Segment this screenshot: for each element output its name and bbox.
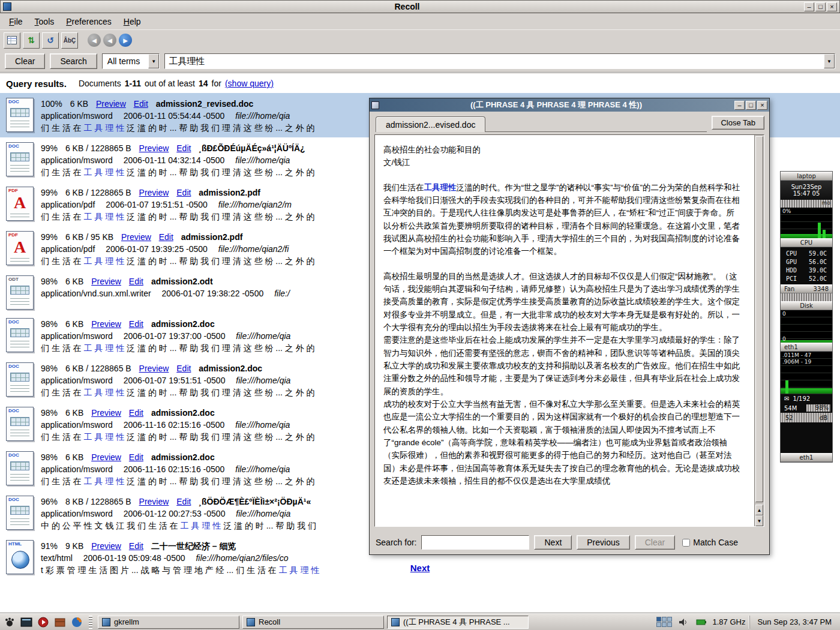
edit-link[interactable]: Edit [129, 452, 143, 462]
result-mime-type: application/msword [41, 464, 113, 474]
file-type-icon[interactable] [6, 142, 34, 176]
preview-link[interactable]: Preview [91, 277, 121, 286]
next-page-icon[interactable]: ▶ [119, 34, 132, 47]
file-type-icon[interactable] [6, 275, 34, 310]
file-type-icon[interactable] [6, 362, 34, 397]
edit-link[interactable]: Edit [134, 99, 148, 109]
prev-page-icon[interactable]: ◀ [103, 34, 116, 47]
scrollbar-thumb[interactable] [755, 136, 763, 502]
close-tab-button[interactable]: Close Tab [712, 116, 764, 130]
scroll-up-icon[interactable]: ▲ [755, 505, 763, 515]
file-type-icon[interactable] [6, 98, 34, 132]
scroll-down-icon[interactable]: ▼ [755, 515, 763, 526]
cpu-spike [818, 223, 821, 238]
file-type-icon[interactable] [6, 231, 34, 265]
query-dropdown-icon[interactable]: ▼ [824, 54, 835, 68]
first-page-icon[interactable]: ◀ [88, 34, 101, 47]
preview-link[interactable]: Preview [139, 143, 169, 153]
sort-icon[interactable]: ⇅ [23, 32, 40, 49]
edit-link[interactable]: Edit [176, 143, 191, 153]
search-mode-select[interactable]: All terms ▼ [102, 53, 160, 69]
file-type-icon[interactable] [6, 187, 34, 221]
taskbar-clock[interactable]: Sun Sep 23, 3:47 PM [749, 616, 838, 629]
package-icon[interactable] [53, 615, 67, 629]
preview-link[interactable]: Preview [139, 188, 169, 197]
result-snippet: 们 生 活 在 工 具 理 性 泛 滥 的 时 ... 帮 助 我 们 理 清 … [41, 255, 315, 267]
minimize-button[interactable]: – [804, 2, 814, 11]
preview-link[interactable]: Preview [91, 319, 121, 329]
media-player-icon[interactable] [36, 615, 50, 629]
show-query-link[interactable]: (show query) [225, 79, 274, 88]
result-headline: 98% 6 KB / 1228865 B Preview Edit admiss… [41, 362, 315, 374]
edit-link[interactable]: Edit [129, 319, 143, 329]
search-button[interactable]: Search [50, 53, 97, 69]
edit-link[interactable]: Edit [176, 497, 191, 506]
menu-tools[interactable]: Tools [29, 14, 60, 29]
taskbar-window-button[interactable]: ((工 PHRASE 4 具 PHRASE ... [387, 616, 529, 629]
temperature-row: CPU 59.0C [781, 249, 832, 257]
preview-link[interactable]: Preview [121, 232, 151, 242]
find-previous-button[interactable]: Previous [577, 535, 629, 550]
maximize-button[interactable]: □ [815, 2, 826, 11]
preview-link[interactable]: Preview [139, 364, 169, 373]
taskbar-window-button[interactable]: gkrellm [98, 616, 239, 629]
preview-minimize-button[interactable]: – [734, 101, 745, 110]
menu-file[interactable]: File [4, 14, 28, 29]
edit-link[interactable]: Edit [159, 232, 173, 242]
search-input[interactable] [165, 55, 824, 68]
next-results-link[interactable]: Next [410, 563, 430, 573]
edit-link[interactable]: Edit [129, 277, 143, 286]
taskbar-handle[interactable] [89, 616, 92, 629]
menu-icon[interactable] [2, 615, 16, 629]
snippet-highlight: 工 具 理 性 [84, 476, 125, 486]
recoll-titlebar[interactable]: Recoll – □ × [0, 0, 840, 13]
edit-link[interactable]: Edit [176, 364, 191, 373]
menu-preferences[interactable]: Preferences [61, 14, 117, 29]
toolbar: ⇅ ↺ ÂbÇ ◀ ◀ ▶ [0, 29, 840, 50]
edit-link[interactable]: Edit [129, 408, 143, 418]
spell-expand-icon[interactable]: ÂbÇ [61, 32, 78, 49]
preview-link[interactable]: Preview [91, 452, 121, 462]
preview-titlebar[interactable]: ((工 PHRASE 4 具 PHRASE 4 理 PHRASE 4 性)) –… [370, 98, 769, 112]
close-button[interactable]: × [827, 2, 837, 11]
result-title: admission2.odt [151, 277, 213, 286]
file-type-icon[interactable] [6, 451, 34, 485]
result-meta: application/pdf 2006-01-07 19:51:51 -050… [41, 199, 315, 211]
workspace-pager-icon[interactable] [656, 617, 672, 627]
preview-link[interactable]: Preview [91, 541, 121, 551]
clear-button[interactable]: Clear [5, 53, 45, 69]
edit-link[interactable]: Edit [176, 188, 191, 197]
preview-scrollbar[interactable]: ▲ ▼ [754, 135, 764, 526]
table-view-icon[interactable] [4, 32, 20, 49]
file-type-icon[interactable] [6, 318, 34, 352]
preview-close-button[interactable]: × [757, 101, 767, 110]
browser-icon[interactable] [70, 615, 83, 629]
file-type-icon[interactable] [6, 496, 34, 530]
preview-tab[interactable]: admission2...evised.doc [376, 116, 485, 132]
preview-link[interactable]: Preview [91, 408, 121, 418]
sensor-value: 52.0C [809, 275, 827, 282]
find-next-button[interactable]: Next [534, 535, 572, 550]
preview-text-area[interactable]: 高校招生的社会功能和目的 文/钱江 我们生活在工具理性泛滥的时代。作为“世之显学… [374, 134, 764, 527]
relevance-percent: 100% [41, 99, 62, 109]
match-case-checkbox[interactable] [682, 539, 690, 547]
preview-maximize-button[interactable]: □ [746, 101, 756, 110]
battery-icon[interactable] [694, 615, 708, 629]
taskbar-window-button[interactable]: Recoll [242, 616, 384, 629]
edit-link[interactable]: Edit [129, 541, 143, 551]
volume-icon[interactable] [676, 615, 690, 629]
query-combobox[interactable]: ▼ [164, 53, 835, 69]
gkrellm-monitor: laptop Sun23Sep 15:47 05 mo 0% CPU CPU 5… [780, 171, 833, 463]
gkrellm-clock: Sun23Sep 15:47 05 [781, 181, 832, 200]
snippet-text: 泛 滥 的 时 ... 帮 助 我 们 理 清 这 些 纷 ... 之 外 的 [124, 256, 314, 266]
menu-help[interactable]: Help [118, 14, 146, 29]
find-input[interactable] [421, 535, 529, 550]
terminal-icon[interactable] [19, 615, 33, 629]
snippet-text: 们 生 活 在 [41, 123, 84, 133]
preview-link[interactable]: Preview [96, 99, 126, 109]
chevron-down-icon[interactable]: ▼ [148, 54, 159, 68]
file-type-icon[interactable] [6, 407, 34, 441]
find-clear-button[interactable]: Clear [635, 535, 675, 550]
preview-link[interactable]: Preview [139, 497, 169, 506]
history-icon[interactable]: ↺ [42, 32, 59, 49]
